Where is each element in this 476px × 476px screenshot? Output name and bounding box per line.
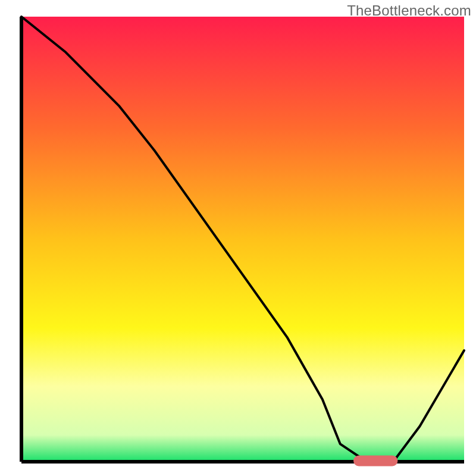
chart-svg xyxy=(0,0,476,476)
optimal-range-marker xyxy=(353,456,397,466)
bottleneck-chart: TheBottleneck.com xyxy=(0,0,476,476)
plot-background xyxy=(21,17,464,462)
watermark-text: TheBottleneck.com xyxy=(347,2,471,19)
